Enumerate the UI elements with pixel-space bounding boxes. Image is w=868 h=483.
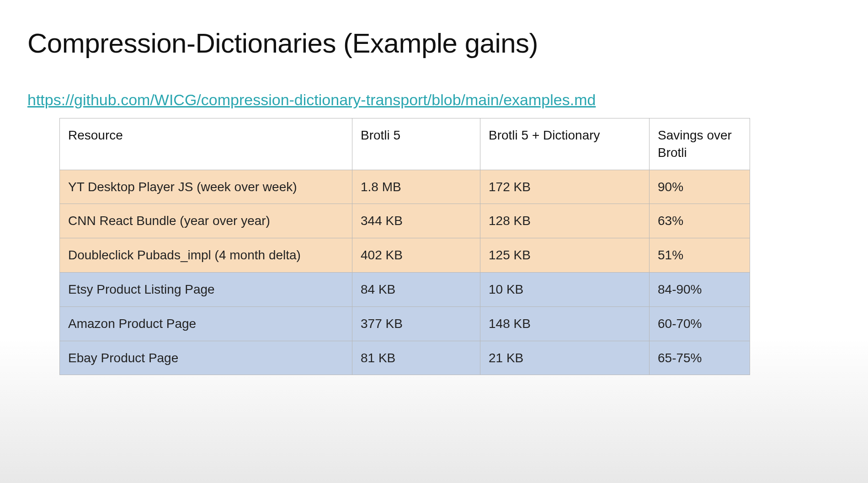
cell-brotli5_dict: 148 KB xyxy=(480,306,650,341)
cell-resource: Doubleclick Pubads_impl (4 month delta) xyxy=(60,238,352,273)
cell-brotli5_dict: 172 KB xyxy=(480,170,650,204)
table-row: CNN React Bundle (year over year)344 KB1… xyxy=(60,204,750,238)
cell-brotli5: 402 KB xyxy=(352,238,480,273)
header-brotli-dict: Brotli 5 + Dictionary xyxy=(480,118,650,170)
cell-brotli5_dict: 125 KB xyxy=(480,238,650,273)
cell-brotli5_dict: 10 KB xyxy=(480,272,650,306)
reference-link[interactable]: https://github.com/WICG/compression-dict… xyxy=(27,91,596,109)
cell-brotli5: 1.8 MB xyxy=(352,170,480,204)
cell-savings: 65-75% xyxy=(650,341,750,375)
slide-title: Compression-Dictionaries (Example gains) xyxy=(27,27,841,59)
table-row: Amazon Product Page377 KB148 KB60-70% xyxy=(60,306,750,341)
cell-savings: 84-90% xyxy=(650,272,750,306)
cell-resource: YT Desktop Player JS (week over week) xyxy=(60,170,352,204)
table-header-row: Resource Brotli 5 Brotli 5 + Dictionary … xyxy=(60,118,750,170)
cell-resource: Etsy Product Listing Page xyxy=(60,272,352,306)
cell-resource: Amazon Product Page xyxy=(60,306,352,341)
cell-brotli5_dict: 128 KB xyxy=(480,204,650,238)
table-row: YT Desktop Player JS (week over week)1.8… xyxy=(60,170,750,204)
compression-table: Resource Brotli 5 Brotli 5 + Dictionary … xyxy=(59,118,750,375)
cell-brotli5: 84 KB xyxy=(352,272,480,306)
header-resource: Resource xyxy=(60,118,352,170)
cell-brotli5: 344 KB xyxy=(352,204,480,238)
cell-brotli5: 81 KB xyxy=(352,341,480,375)
cell-brotli5_dict: 21 KB xyxy=(480,341,650,375)
table-row: Ebay Product Page81 KB21 KB65-75% xyxy=(60,341,750,375)
cell-savings: 60-70% xyxy=(650,306,750,341)
slide: Compression-Dictionaries (Example gains)… xyxy=(0,0,868,402)
table-row: Doubleclick Pubads_impl (4 month delta)4… xyxy=(60,238,750,273)
header-savings: Savings over Brotli xyxy=(650,118,750,170)
table-container: Resource Brotli 5 Brotli 5 + Dictionary … xyxy=(59,118,750,375)
cell-savings: 63% xyxy=(650,204,750,238)
cell-savings: 90% xyxy=(650,170,750,204)
header-brotli5: Brotli 5 xyxy=(352,118,480,170)
table-row: Etsy Product Listing Page84 KB10 KB84-90… xyxy=(60,272,750,306)
cell-brotli5: 377 KB xyxy=(352,306,480,341)
cell-savings: 51% xyxy=(650,238,750,273)
cell-resource: Ebay Product Page xyxy=(60,341,352,375)
cell-resource: CNN React Bundle (year over year) xyxy=(60,204,352,238)
